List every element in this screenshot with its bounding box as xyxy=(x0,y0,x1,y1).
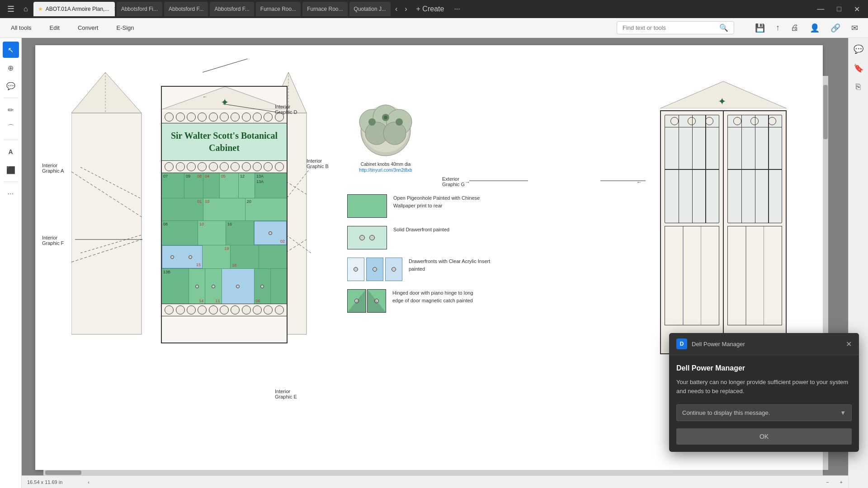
dialog-dropdown-value: Continue to display this message. xyxy=(682,409,770,416)
dialog-overlay: D Dell Power Manager ✕ Dell Power Manage… xyxy=(0,0,868,488)
dialog-header-title: Dell Power Manager xyxy=(692,341,745,347)
dell-power-manager-dialog: D Dell Power Manager ✕ Dell Power Manage… xyxy=(669,333,859,452)
dell-icon: D xyxy=(676,338,687,349)
dialog-close-btn[interactable]: ✕ xyxy=(846,340,852,348)
dialog-body: Dell Power Manager Your battery can no l… xyxy=(669,355,859,452)
dialog-dropdown[interactable]: Continue to display this message. ▼ xyxy=(676,404,852,421)
dialog-header: D Dell Power Manager ✕ xyxy=(669,333,859,355)
dialog-dropdown-arrow: ▼ xyxy=(840,409,846,416)
dialog-ok-btn[interactable]: OK xyxy=(676,428,852,445)
dialog-app-title: Dell Power Manager xyxy=(676,364,852,372)
dialog-message: Your battery can no longer provide suffi… xyxy=(676,378,852,395)
